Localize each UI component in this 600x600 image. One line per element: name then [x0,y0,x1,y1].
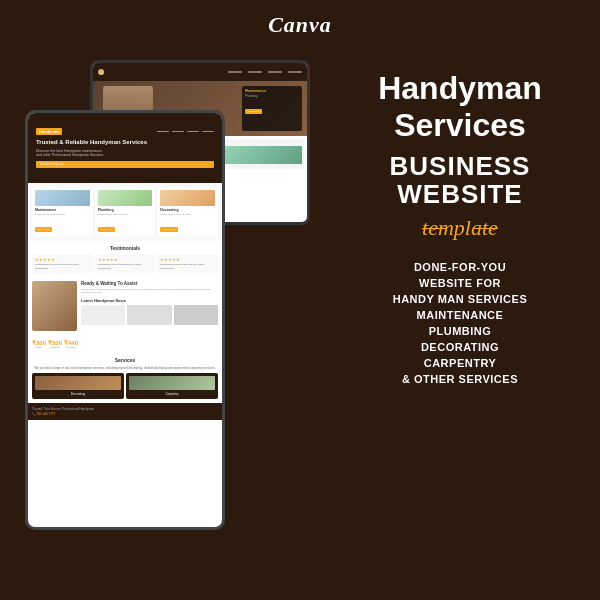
tc-nav-dot [98,69,104,75]
ws-service-bottom-img-1 [35,376,121,390]
ws-service-btn-2[interactable]: Book Now [98,227,115,232]
features-list: DONE-FOR-YOU WEBSITE FOR HANDY MAN SERVI… [340,261,580,385]
ws-service-card-1: Maintenance Lorem ipsum dolor sit amet B… [32,187,93,237]
ws-ready-content: Ready & Waiting To Assist We provide a r… [81,281,218,331]
tc-nav-link [288,71,302,73]
ws-service-img-3 [160,190,215,206]
ws-news-img-3 [174,305,218,325]
ws-test-text-1: Outstanding Work! Great service, highly … [35,263,90,270]
ws-news-row [81,305,218,325]
feature-website-for: WEBSITE FOR [419,277,501,289]
ws-price-label-2: Standard [48,346,62,349]
ws-price-label-1: Basic [32,346,46,349]
ws-testimonials-section: Testimonials ★★★★★ Outstanding Work! Gre… [28,241,222,277]
ws-service-bottom-title-2: Carpentry [129,392,215,396]
tc-nav-link [228,71,242,73]
ws-nav-link [187,131,199,133]
right-text-section: Handyman Services BUSINESS WEBSITE templ… [340,50,580,385]
ws-service-btn-3[interactable]: Book Now [160,227,177,232]
ws-nav-links [157,131,214,133]
ws-nav-link [157,131,169,133]
ws-test-stars-1: ★★★★★ [35,257,90,262]
ws-service-img-1 [35,190,90,206]
ws-hero-btn[interactable]: Get A Free Quote [36,161,214,168]
ws-price-value-1: ₹300 [32,339,46,346]
ws-test-card-2: ★★★★★ Outstanding Work! Great service, h… [95,254,156,273]
tc-overlay-btn: Book Now [245,109,262,114]
brand-title: Handyman Services [378,70,542,144]
ws-logo: Handyman [36,128,62,135]
feature-maintenance: MAINTENANCE [417,309,504,321]
mockup-section: Maintenance Plumbing Book Now Maintenanc… [20,50,315,570]
ws-price-item-1: ₹300 Basic [32,339,46,349]
ws-ready-img [32,281,77,331]
ws-service-img-2 [98,190,153,206]
ws-price-value-3: ₹440 [64,339,78,346]
ws-news-img-1 [81,305,125,325]
ws-services-bottom-section: Services We provide a range of top-notch… [28,353,222,403]
ws-service-bottom-card-1: Decorating [32,373,124,399]
ws-test-card-1: ★★★★★ Outstanding Work! Great service, h… [32,254,93,273]
ws-test-card-3: ★★★★★ Outstanding Work! Great service, h… [157,254,218,273]
feature-done-for-you: DONE-FOR-YOU [414,261,506,273]
business-website-label: BUSINESS WEBSITE [390,152,531,209]
tc-nav-link [248,71,262,73]
ws-test-text-3: Outstanding Work! Great service, highly … [160,263,215,270]
feature-decorating: DECORATING [421,341,499,353]
tc-overlay-subtitle: Plumbing [245,94,299,98]
feature-carpentry: CARPENTRY [424,357,497,369]
ws-price-item-2: ₹500 Standard [48,339,62,349]
feature-handyman-services: HANDY MAN SERVICES [393,293,528,305]
ws-ready-title: Ready & Waiting To Assist [81,281,218,286]
ws-footer-phone: 📞 555 444 7777 [32,412,218,416]
ws-service-card-3: Decorating Lorem ipsum dolor sit amet Bo… [157,187,218,237]
ws-service-title-1: Maintenance [35,208,90,212]
ws-pricing-section: ₹300 Basic ₹500 Standard ₹440 Premium [28,335,222,353]
ws-hero-subtitle: Discover the best Handyman maintenancean… [36,149,214,158]
ws-service-title-2: Plumbing [98,208,153,212]
ws-hero-title: Trusted & Reliable Handyman Services [36,139,214,147]
ws-services-bottom-title: Services [32,357,218,363]
ws-test-title: Testimonials [32,245,218,251]
ws-service-desc-1: Lorem ipsum dolor sit amet [35,213,90,216]
ws-service-desc-2: Lorem ipsum dolor sit amet [98,213,153,216]
ws-test-stars-3: ★★★★★ [160,257,215,262]
ws-service-title-3: Decorating [160,208,215,212]
ws-price-label-3: Premium [64,346,78,349]
ws-price-item-3: ₹440 Premium [64,339,78,349]
tc-header [93,63,307,81]
ws-services-desc: We provide a range of top-notch handyman… [32,366,218,370]
ws-news-img-2 [127,305,171,325]
feature-plumbing: PLUMBING [429,325,492,337]
tc-overlay-title: Maintenance [245,89,299,93]
ws-service-card-2: Plumbing Lorem ipsum dolor sit amet Book… [95,187,156,237]
ws-price-value-2: ₹500 [48,339,62,346]
ws-footer: Trusted, True Service. Professional Hand… [28,403,222,420]
ws-news-title: Latest Handyman News [81,298,218,303]
ws-ready-section: Ready & Waiting To Assist We provide a r… [28,277,222,335]
feature-other-services: & OTHER SERVICES [402,373,518,385]
ws-test-cards: ★★★★★ Outstanding Work! Great service, h… [32,254,218,273]
website-preview: Handyman Trusted & Reliable Handyman Ser… [28,113,222,527]
ws-nav: Handyman [36,128,214,135]
ws-services-row: Maintenance Lorem ipsum dolor sit amet B… [28,183,222,241]
ws-nav-link [172,131,184,133]
ws-test-text-2: Outstanding Work! Great service, highly … [98,263,153,270]
ws-footer-text: Trusted, True Service. Professional Hand… [32,407,218,411]
ws-service-bottom-img-2 [129,376,215,390]
ws-service-btn-1[interactable]: Book Now [35,227,52,232]
ws-services-row-bottom: Decorating Carpentry [32,373,218,399]
canva-logo: Canva [268,12,332,38]
template-label: template [422,215,498,241]
phone-mockup: Handyman Trusted & Reliable Handyman Ser… [25,110,225,530]
ws-service-bottom-title-1: Decorating [35,392,121,396]
tc-nav-link [268,71,282,73]
tc-hero-overlay: Maintenance Plumbing Book Now [242,86,302,131]
ws-hero-section: Handyman Trusted & Reliable Handyman Ser… [28,113,222,183]
ws-ready-text: We provide a range of top-notch handyman… [81,288,218,295]
ws-service-bottom-card-2: Carpentry [126,373,218,399]
ws-service-desc-3: Lorem ipsum dolor sit amet [160,213,215,216]
ws-nav-link [202,131,214,133]
ws-test-stars-2: ★★★★★ [98,257,153,262]
